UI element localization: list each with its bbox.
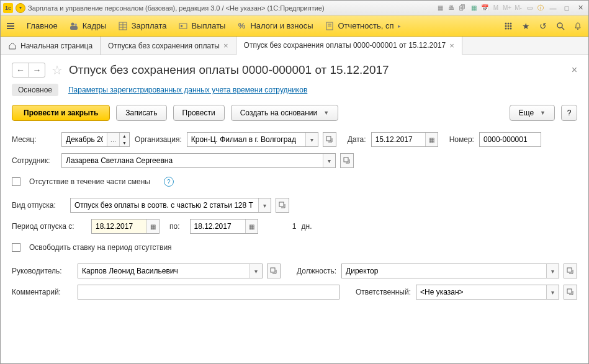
tab-close-1[interactable]: × <box>223 41 228 50</box>
leavetype-input[interactable] <box>71 198 258 212</box>
periodfrom-field[interactable]: ▦ <box>91 219 160 234</box>
comment-input[interactable] <box>78 285 339 299</box>
release-checkbox[interactable] <box>12 243 20 252</box>
star-icon[interactable]: ★ <box>520 20 531 32</box>
chevron-down-icon: ▼ <box>540 110 546 116</box>
tab-home[interactable]: Начальная страница <box>1 37 101 55</box>
periodto-input[interactable] <box>191 220 245 233</box>
nav-nalogi[interactable]: % Налоги и взносы <box>236 21 313 31</box>
nav-forward[interactable]: → <box>29 63 45 77</box>
org-field[interactable]: ▾ <box>187 132 318 147</box>
employee-field[interactable]: ▾ <box>61 153 336 168</box>
svg-point-20 <box>510 25 512 27</box>
dropdown-icon[interactable]: ▾ <box>546 264 559 278</box>
calendar-icon[interactable]: 📅 <box>480 4 489 12</box>
post-button[interactable]: Провести <box>173 105 225 121</box>
bell-icon[interactable] <box>572 20 583 32</box>
home-icon <box>8 42 17 50</box>
calendar-icon[interactable]: ▦ <box>245 220 258 233</box>
org-input[interactable] <box>187 133 305 146</box>
menu-icon[interactable] <box>6 21 16 31</box>
subnav-params-link[interactable]: Параметры зарегистрированных данных учет… <box>68 86 307 94</box>
nav-zarplata[interactable]: Зарплата <box>118 21 167 31</box>
print-icon[interactable]: 🖶 <box>447 4 456 12</box>
nav-main[interactable]: Главное <box>27 21 58 30</box>
write-button[interactable]: Записать <box>116 105 166 121</box>
close-button[interactable]: ✕ <box>575 3 586 13</box>
month-field[interactable]: … ▲▼ <box>61 132 130 147</box>
comment-field[interactable] <box>78 285 339 300</box>
main-toolbar: Главное Кадры Зарплата Выплаты % Налоги … <box>1 16 588 37</box>
spin-up[interactable]: ▲ <box>119 133 129 140</box>
ellipsis-icon[interactable]: … <box>107 133 119 146</box>
position-open-button[interactable] <box>564 264 577 278</box>
tab-close-2[interactable]: × <box>449 41 454 50</box>
leavetype-open-button[interactable] <box>276 198 289 213</box>
partshift-checkbox[interactable] <box>12 177 20 186</box>
help-button[interactable]: ? <box>561 105 577 121</box>
window-icon[interactable]: ▭ <box>525 4 534 12</box>
spin-down[interactable]: ▼ <box>119 140 129 146</box>
nav-otchetnost[interactable]: Отчетность, сп ▸ <box>325 21 401 31</box>
calendar-icon[interactable]: ▦ <box>425 133 438 146</box>
dropdown-icon[interactable]: ▾ <box>16 3 25 13</box>
partshift-help[interactable]: ? <box>164 177 174 187</box>
tab-leaves-list-label: Отпуска без сохранения оплаты <box>108 42 220 50</box>
responsible-field[interactable]: ▾ <box>416 285 559 300</box>
table-icon <box>118 21 128 31</box>
tab-leave-doc[interactable]: Отпуск без сохранения оплаты 0000-000001… <box>236 37 462 55</box>
nav-vyplaty[interactable]: Выплаты <box>178 21 226 31</box>
maximize-button[interactable]: □ <box>561 3 572 13</box>
nav-kadry[interactable]: Кадры <box>69 21 107 31</box>
search-icon[interactable] <box>555 20 566 32</box>
calc-icon[interactable]: ▦ <box>469 4 478 12</box>
post-close-button[interactable]: Провести и закрыть <box>12 105 110 121</box>
date-input[interactable] <box>372 133 425 146</box>
history-icon[interactable]: ↺ <box>537 20 549 32</box>
org-label: Организация: <box>135 135 182 144</box>
m-icon[interactable]: M <box>492 4 500 12</box>
employee-input[interactable] <box>62 154 323 167</box>
number-input[interactable] <box>480 133 541 146</box>
doc-icon[interactable]: 🗐 <box>458 4 467 12</box>
number-label: Номер: <box>449 135 474 144</box>
subnav-main[interactable]: Основное <box>12 84 58 96</box>
page-close[interactable]: × <box>572 64 577 76</box>
leavetype-field[interactable]: ▾ <box>70 198 271 213</box>
manager-field[interactable]: ▾ <box>78 264 263 278</box>
mminus-icon[interactable]: M- <box>514 4 523 12</box>
org-open-button[interactable] <box>323 132 336 147</box>
employee-open-button[interactable] <box>340 153 354 168</box>
favorite-star[interactable]: ☆ <box>52 63 63 78</box>
manager-open-button[interactable] <box>267 264 281 278</box>
window-title: Зарплата и управление персоналом (базова… <box>28 4 325 12</box>
print-preview-icon[interactable]: ▦ <box>436 4 444 12</box>
month-input[interactable] <box>62 133 107 146</box>
minimize-button[interactable]: — <box>547 3 559 13</box>
apps-icon[interactable] <box>503 20 514 32</box>
manager-input[interactable] <box>78 264 250 278</box>
dropdown-icon[interactable]: ▾ <box>546 285 559 299</box>
create-based-button[interactable]: Создать на основании▼ <box>231 105 338 121</box>
info-icon[interactable]: ⓘ <box>536 4 545 12</box>
position-field[interactable]: ▾ <box>341 264 559 278</box>
number-field[interactable] <box>479 132 541 147</box>
more-button[interactable]: Еще▼ <box>510 105 555 121</box>
svg-point-15 <box>505 22 507 24</box>
periodto-field[interactable]: ▦ <box>190 219 258 234</box>
periodfrom-input[interactable] <box>92 220 146 233</box>
nav-kadry-label: Кадры <box>83 21 107 30</box>
nav-back[interactable]: ← <box>12 63 29 77</box>
dropdown-icon[interactable]: ▾ <box>250 264 262 278</box>
nav-vyplaty-label: Выплаты <box>192 21 226 30</box>
position-input[interactable] <box>342 264 546 278</box>
responsible-open-button[interactable] <box>564 285 577 300</box>
dropdown-icon[interactable]: ▾ <box>258 198 271 212</box>
dropdown-icon[interactable]: ▾ <box>323 154 335 167</box>
calendar-icon[interactable]: ▦ <box>146 220 159 233</box>
date-field[interactable]: ▦ <box>371 132 438 147</box>
dropdown-icon[interactable]: ▾ <box>305 133 318 146</box>
tab-leaves-list[interactable]: Отпуска без сохранения оплаты × <box>101 37 236 55</box>
mplus-icon[interactable]: M+ <box>503 4 511 12</box>
responsible-input[interactable] <box>416 285 546 299</box>
